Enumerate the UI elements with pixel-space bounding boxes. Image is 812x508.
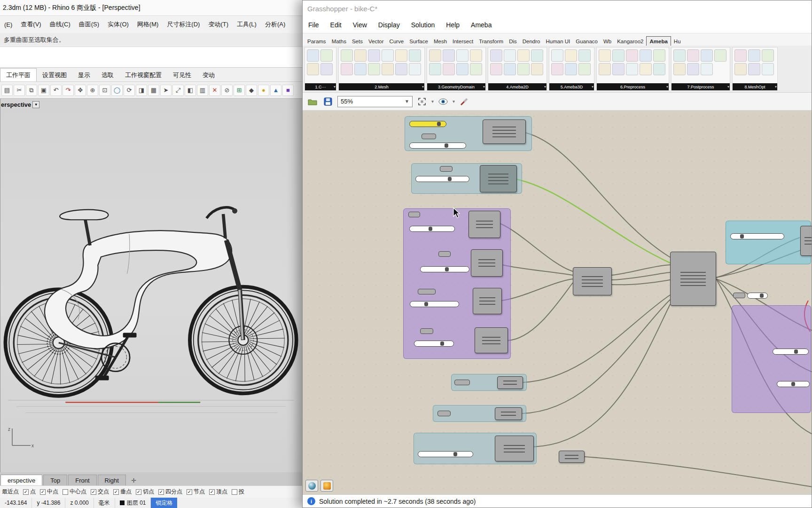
viewport-tab-1[interactable]: erspective (0, 475, 42, 485)
gh-slider[interactable] (747, 293, 768, 299)
gh-tab-human-ui[interactable]: Human UI (543, 37, 573, 46)
zoom-window-icon[interactable]: ⊡ (99, 85, 110, 96)
gh-component-icon[interactable] (429, 63, 441, 75)
gh-param-pill[interactable] (733, 293, 745, 298)
rhino-toolbar-tab-6[interactable]: 可见性 (167, 69, 197, 81)
gh-component-icon[interactable] (320, 63, 333, 75)
gh-tab-vector[interactable]: Vector (366, 37, 387, 46)
gh-component-icon[interactable] (341, 49, 353, 62)
osnap-checkbox[interactable] (91, 489, 96, 495)
gh-menu-help[interactable]: Help (440, 21, 465, 29)
gh-component-icon[interactable] (517, 49, 530, 62)
rhino-menu-item-2[interactable]: 查看(V) (16, 20, 45, 29)
rhino-menu-item-5[interactable]: 实体(O) (103, 20, 133, 29)
gh-component-icon[interactable] (382, 63, 394, 75)
gh-slider[interactable] (730, 233, 784, 239)
gh-menu-ameba[interactable]: Ameba (465, 21, 497, 29)
gh-component-icon[interactable] (456, 49, 468, 62)
wireframe-view-icon[interactable]: ▦ (148, 85, 159, 96)
gh-component-icon[interactable] (551, 49, 563, 62)
gh-component-icon[interactable] (382, 49, 394, 62)
gh-menu-view[interactable]: View (347, 21, 373, 29)
gh-component-icon[interactable] (443, 49, 455, 62)
gh-component-icon[interactable] (551, 63, 563, 75)
gh-component-icon[interactable] (354, 63, 367, 75)
gh-component-icon[interactable] (517, 63, 530, 75)
viewport-tab-2[interactable]: Top (43, 475, 67, 485)
undo-icon[interactable]: ↷ (62, 85, 74, 96)
osnap-option-8[interactable]: 节点 (187, 488, 205, 496)
gh-component-icon[interactable] (409, 63, 421, 75)
shaded-view-icon[interactable]: ◨ (136, 85, 147, 96)
gh-title-bar[interactable]: Grasshopper - bike-C* (303, 0, 812, 16)
rotate-view-icon[interactable]: ⟳ (124, 85, 135, 96)
gh-param-pill[interactable] (408, 212, 420, 217)
gh-group-small-1[interactable] (451, 374, 527, 391)
gh-component[interactable] (495, 407, 522, 420)
preview-dropdown-icon[interactable]: ▾ (453, 99, 455, 104)
gh-component-icon[interactable] (395, 63, 407, 75)
split-icon[interactable]: ⊞ (234, 85, 245, 96)
gh-component-icon[interactable] (701, 63, 713, 75)
gh-component-icon[interactable] (640, 63, 652, 75)
gh-slider[interactable] (418, 451, 473, 457)
display-mode-icon[interactable]: ■ (282, 85, 294, 96)
gh-group-small-2[interactable] (433, 405, 526, 422)
status-z-coordinate[interactable]: z 0.000 (65, 498, 94, 508)
gh-tab-params[interactable]: Params (304, 37, 329, 46)
gh-component-icon[interactable] (673, 49, 686, 62)
gh-component[interactable] (473, 288, 502, 314)
gh-tab-hu[interactable]: Hu (671, 37, 684, 46)
gh-slider[interactable] (777, 381, 810, 387)
gh-param-pill[interactable] (440, 166, 453, 172)
gh-tab-kangaroo2[interactable]: Kangaroo2 (614, 37, 646, 46)
gh-param-pill[interactable] (437, 411, 451, 416)
gh-component-icon[interactable] (578, 63, 591, 75)
gh-component-icon[interactable] (626, 63, 638, 75)
gh-component-icon[interactable] (565, 49, 577, 62)
erase-icon[interactable]: ✕ (209, 85, 220, 96)
rhino-command-input[interactable] (0, 47, 310, 68)
join-icon[interactable]: ◆ (246, 85, 257, 96)
gh-tab-sets[interactable]: Sets (349, 37, 366, 46)
osnap-option-9[interactable]: 顶点 (209, 488, 227, 496)
open-file-button[interactable] (306, 95, 319, 108)
gh-slider[interactable] (420, 266, 469, 272)
gh-menu-edit[interactable]: Edit (325, 21, 347, 29)
rhino-menu-item-3[interactable]: 曲线(C) (46, 20, 75, 29)
gh-group-small-3[interactable] (414, 433, 537, 464)
gh-tab-intersect[interactable]: Intersect (450, 37, 476, 46)
rhino-menu-item-9[interactable]: 工具(L) (233, 20, 261, 29)
gh-component-icon[interactable] (565, 63, 577, 75)
gh-slider[interactable] (414, 341, 454, 347)
gh-component[interactable] (468, 211, 500, 238)
gh-component-icon[interactable] (653, 63, 665, 75)
gh-component-icon[interactable] (531, 49, 543, 62)
gh-component[interactable] (480, 165, 517, 192)
gh-tab-mesh[interactable]: Mesh (431, 37, 450, 46)
status-layer[interactable]: 图层 01 (115, 498, 151, 508)
rhino-menu-item-6[interactable]: 网格(M) (133, 20, 163, 29)
gh-slider[interactable] (409, 143, 466, 149)
gh-tab-curve[interactable]: Curve (387, 37, 407, 46)
zoom-extents-button[interactable] (416, 95, 428, 108)
gh-component-icon[interactable] (307, 49, 319, 62)
gh-component-merge[interactable] (573, 267, 612, 295)
gh-component-icon[interactable] (612, 63, 625, 75)
gh-group-inputs-1[interactable] (405, 116, 532, 151)
osnap-checkbox[interactable] (187, 489, 192, 495)
osnap-option-4[interactable]: 交点 (91, 488, 109, 496)
osnap-checkbox[interactable] (23, 489, 29, 495)
rhino-title-bar[interactable]: 2.3dm (12 MB) - Rhino 6 商业版 - [Perspecti… (0, 0, 310, 16)
gh-param-pill[interactable] (420, 328, 433, 334)
gh-component[interactable] (497, 376, 523, 389)
osnap-option-1[interactable]: 点 (23, 488, 36, 496)
gh-param-pill[interactable] (438, 251, 451, 257)
gh-component-icon[interactable] (701, 49, 713, 62)
gh-tab-maths[interactable]: Maths (329, 37, 349, 46)
rhino-menu-item-4[interactable]: 曲面(S) (75, 20, 103, 29)
gh-menu-display[interactable]: Display (373, 21, 406, 29)
gh-component-icon[interactable] (368, 63, 380, 75)
gh-component-icon[interactable] (687, 49, 699, 62)
gh-component[interactable] (475, 327, 508, 353)
